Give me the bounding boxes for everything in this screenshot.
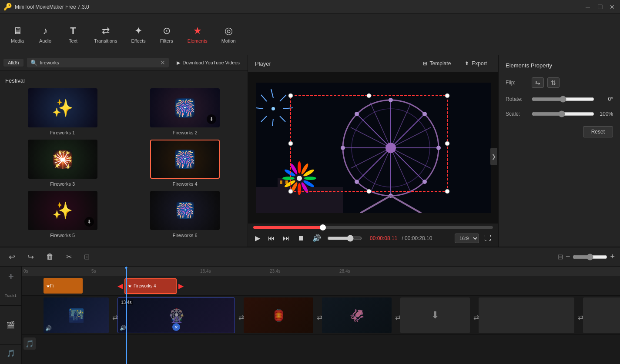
element-item-fw2[interactable]: 🎆 ⬇ Fireworks 2 — [126, 88, 245, 135]
svg-point-52 — [288, 94, 293, 98]
rotate-slider[interactable] — [532, 96, 594, 103]
svg-point-11 — [389, 98, 393, 102]
svg-point-17 — [422, 180, 427, 184]
thumb-clip-7[interactable] — [583, 297, 620, 333]
all-button[interactable]: All(6) — [3, 59, 23, 67]
aspect-ratio-select[interactable]: 16:9 4:3 1:1 — [455, 234, 479, 243]
clip-orange[interactable]: ★ Fi — [44, 278, 83, 294]
thumb-clip-4[interactable]: 🦑 — [322, 297, 392, 333]
thumb-clip-5[interactable]: ⬇ — [400, 297, 470, 333]
element-thumb-fw6: 🎆 — [150, 191, 220, 230]
svg-point-53 — [367, 94, 371, 98]
delete-button[interactable]: 🗑 — [43, 250, 57, 263]
play-button[interactable]: ▶ — [253, 232, 262, 244]
add-track-label[interactable]: ➕ — [0, 267, 21, 286]
volume-button[interactable]: 🔊 — [311, 232, 323, 244]
audio-icon-1: 🔊 — [45, 325, 52, 331]
category-title: Festival — [5, 77, 244, 84]
thumb-clip-6[interactable] — [479, 297, 574, 333]
toolbar-transitions[interactable]: ⇄ Transitions — [88, 23, 123, 46]
clip2-time-label: 13.4s — [120, 300, 133, 305]
element-item-fw4[interactable]: 🎆 Fireworks 4 — [126, 140, 245, 187]
element-item-fw5[interactable]: ✨ ⬇ Fireworks 5 — [3, 191, 122, 238]
template-button[interactable]: ⊞ Template — [419, 59, 456, 68]
transitions-icon: ⇄ — [102, 25, 110, 37]
app-icon: 🔑 — [3, 3, 12, 11]
svg-point-15 — [355, 112, 359, 116]
crop-button[interactable]: ⊡ — [80, 251, 93, 263]
thumb-clip-3[interactable]: 🏮 — [244, 297, 313, 333]
zoom-slider[interactable] — [573, 254, 607, 260]
text-icon: T — [70, 25, 76, 37]
flip-vertical-button[interactable]: ⇅ — [547, 77, 560, 88]
toolbar-media[interactable]: 🖥 Media — [4, 23, 30, 46]
add-music-button[interactable]: 🎵 — [23, 337, 36, 350]
fw5-download-badge[interactable]: ⬇ — [84, 217, 94, 227]
fw1-label: Fireworks 1 — [50, 130, 75, 135]
svg-point-18 — [355, 180, 359, 184]
scale-slider[interactable] — [532, 110, 594, 117]
thumb-clip-2[interactable]: 13.4s 🎡 🔊 ✕ — [117, 297, 235, 333]
reset-button[interactable]: Reset — [583, 126, 613, 137]
panel-content: Festival ✨ Fireworks 1 🎆 ⬇ Fireworks 2 — [0, 70, 248, 247]
window-controls: ─ ☐ ✕ — [583, 3, 617, 11]
clear-search-button[interactable]: ✕ — [160, 59, 165, 66]
toolbar-text[interactable]: T Text — [60, 23, 86, 46]
video-background — [256, 83, 491, 213]
timeline: ↩ ↪ 🗑 ✂ ⊡ ⊟ − + ➕ Track1 🎬 🎵 0s 5s 18.4s… — [0, 247, 620, 364]
ruler: 0s 5s 18.4s 23.4s 28.4s ▼ — [22, 267, 620, 276]
close-button[interactable]: ✕ — [608, 3, 617, 11]
maximize-button[interactable]: ☐ — [596, 3, 604, 11]
prev-button[interactable]: ⏮ — [266, 233, 277, 244]
svg-point-28 — [298, 161, 301, 174]
export-label: Export — [472, 60, 487, 67]
flip-horizontal-button[interactable]: ⇆ — [532, 77, 544, 88]
timeline-body: ➕ Track1 🎬 🎵 0s 5s 18.4s 23.4s 28.4s ▼ — [0, 267, 620, 364]
element-item-fw3[interactable]: 🎇 Fireworks 3 — [3, 140, 122, 187]
svg-point-31 — [304, 177, 316, 180]
fw5-preview: ✨ — [52, 201, 73, 220]
svg-point-12 — [436, 146, 441, 150]
fw2-download-badge[interactable]: ⬇ — [207, 114, 216, 124]
element-item-fw1[interactable]: ✨ Fireworks 1 — [3, 88, 122, 135]
svg-point-37 — [282, 177, 295, 180]
clip-orange-label: Fi — [50, 284, 54, 288]
timeline-toolbar: ↩ ↪ 🗑 ✂ ⊡ ⊟ − + — [0, 247, 620, 267]
svg-point-54 — [445, 94, 449, 98]
thumb-clip-1[interactable]: 🌃 🔊 — [44, 297, 109, 333]
element-item-fw6[interactable]: 🎆 Fireworks 6 — [126, 191, 245, 238]
fw6-label: Fireworks 6 — [173, 233, 198, 238]
next-button[interactable]: ⏭ — [281, 233, 292, 244]
progress-bar[interactable] — [253, 226, 493, 229]
stop-button[interactable]: ⏹ — [296, 233, 306, 244]
download-youtube-button[interactable]: ▶ Download YouTube Videos — [172, 58, 245, 67]
export-button[interactable]: ⬆ Export — [460, 59, 491, 68]
elements-panel: All(6) 🔍 ✕ ▶ Download YouTube Videos Fes… — [0, 55, 248, 247]
rotate-label: Rotate: — [506, 96, 532, 102]
zoom-in-button[interactable]: + — [610, 252, 615, 261]
panel-collapse-arrow[interactable]: ❯ — [490, 148, 497, 165]
volume-slider[interactable] — [327, 235, 362, 242]
zoom-out-button[interactable]: − — [566, 252, 570, 261]
toolbar-motion[interactable]: ◎ Motion — [215, 23, 242, 46]
toolbar-elements[interactable]: ★ Elements — [181, 23, 214, 46]
media-icon: 🖥 — [13, 25, 22, 37]
search-input[interactable] — [40, 60, 158, 65]
main-area: All(6) 🔍 ✕ ▶ Download YouTube Videos Fes… — [0, 55, 620, 247]
toolbar-filters[interactable]: ⊙ Filters — [154, 23, 180, 46]
fullscreen-button[interactable]: ⛶ — [483, 233, 493, 244]
effects-label: Effects — [131, 38, 145, 43]
clip-fireworks4[interactable]: ★ Fireworks 4 — [124, 278, 177, 294]
x-badge: ✕ — [172, 323, 180, 331]
panel-header: All(6) 🔍 ✕ ▶ Download YouTube Videos — [0, 55, 248, 70]
redo-button[interactable]: ↪ — [24, 250, 37, 264]
cut-button[interactable]: ✂ — [63, 251, 75, 263]
toolbar-audio[interactable]: ♪ Audio — [32, 23, 58, 46]
fw3-preview: 🎇 — [52, 149, 74, 170]
svg-point-56 — [445, 141, 449, 146]
undo-button[interactable]: ↩ — [5, 250, 19, 264]
toolbar-effects[interactable]: ✦ Effects — [125, 23, 151, 46]
minimize-button[interactable]: ─ — [583, 3, 592, 11]
svg-point-58 — [367, 189, 371, 194]
export-icon: ⬆ — [465, 60, 469, 67]
